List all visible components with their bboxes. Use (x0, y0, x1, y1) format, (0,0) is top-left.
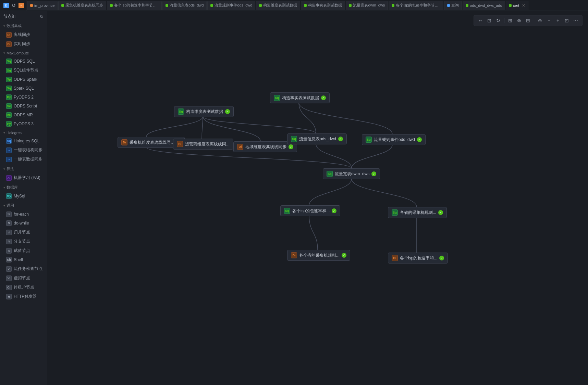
sidebar-item[interactable]: My MySql (0, 192, 47, 201)
flow-node[interactable]: Sq 流量宽表dwm_dws ✓ (323, 168, 380, 179)
node-icon: Sq (366, 137, 372, 143)
flow-node[interactable]: Sq 各省的采集机规则... ✓ (388, 207, 447, 218)
node-label: 采集机维度表离线线同... (130, 140, 174, 145)
sidebar-item[interactable]: Py PyODPS 2 (0, 93, 47, 102)
sidebar-item[interactable]: N do-while (0, 219, 47, 228)
tab-dot (259, 4, 262, 7)
sidebar-item[interactable]: Py PyODPS 3 (0, 119, 47, 128)
canvas-area[interactable]: ↔ ⊡ ↻ ⊞ ⊗ ⊞ ⊕ − + ⊡ ⋯ Sq 构造事实表测试数据 ✓ Sq … (47, 11, 588, 385)
tab-tab10[interactable]: 查询 (444, 1, 462, 10)
sidebar-item[interactable]: fe for-each (0, 210, 47, 219)
sidebar-section-title[interactable]: ▾通用 (0, 201, 47, 210)
sidebar-item-label: 赋值节点 (14, 248, 30, 254)
tab-tab1[interactable]: im_province (27, 1, 58, 10)
sidebar-item[interactable]: Vi 虚拟节点 (0, 273, 47, 283)
tab-tab4[interactable]: 流量信息表ods_dwd (162, 1, 207, 10)
section-label: MaxCompute (7, 51, 29, 55)
sidebar-item[interactable]: Di 离线同步 (0, 30, 47, 39)
tab-tab2[interactable]: 采集机维度表离线同步 (58, 1, 106, 10)
node-icon: Di (291, 252, 297, 258)
node-label: 流量宽表dwm_dws (335, 171, 369, 177)
section-label: 数据库 (7, 185, 18, 190)
flow-node[interactable]: Sq 流量信息表ods_dwd ✓ (287, 133, 347, 144)
sidebar-section-title[interactable]: ▾数据集成 (0, 22, 47, 30)
node-type-icon: N (6, 220, 12, 226)
tab-tab5[interactable]: 流量规则事件ods_dwd (207, 1, 255, 10)
flow-node[interactable]: Sq 流量规则事件ods_dwd ✓ (362, 134, 426, 145)
tab-close-button[interactable]: ✕ (522, 3, 525, 8)
connection-line (202, 116, 203, 139)
flow-node[interactable]: Sq 构造事实表测试数据 ✓ (270, 92, 330, 103)
refresh-icon[interactable]: ↺ (11, 3, 16, 8)
chevron-icon: ▾ (3, 204, 5, 207)
sidebar-item[interactable]: Sq SQL组件节点 (0, 66, 47, 75)
sidebar-item[interactable]: Di 实时同步 (0, 39, 47, 49)
sidebar-refresh-icon[interactable]: ↻ (40, 14, 44, 19)
sidebar-item-label: MySql (14, 194, 25, 198)
sidebar-item-label: 流任务检查节点 (14, 266, 42, 272)
flow-node[interactable]: Di 运营商维度表离线线同... (173, 139, 233, 150)
sidebar-item[interactable]: Cr 跨租户节点 (0, 283, 47, 292)
sidebar-item[interactable]: Sp ODPS Spark (0, 75, 47, 84)
flow-node[interactable]: Di 各个isp的包速率和... ✓ (388, 253, 448, 264)
tab-tab3[interactable]: 各个isp的包速率和字节速... (107, 1, 162, 10)
sidebar-item[interactable]: MR ODPS MR (0, 111, 47, 119)
sidebar-item[interactable]: H HTTP触发器 (0, 292, 47, 301)
menu-icon[interactable]: ≡ (19, 3, 24, 8)
sidebar-item-label: Shell (14, 257, 23, 262)
tab-tab12[interactable]: cert ✕ (506, 1, 528, 10)
flow-node[interactable]: Sq 构造维度表测试数据 ✓ (174, 106, 234, 117)
node-status-badge: ✓ (321, 95, 326, 100)
flow-canvas[interactable]: Sq 构造事实表测试数据 ✓ Sq 构造维度表测试数据 ✓ Di 采集机维度表离… (47, 11, 588, 385)
tab-bar-icons: D ↺ ≡ (1, 0, 26, 11)
tab-tab9[interactable]: 各个isp的包速率和字节速... (389, 1, 443, 10)
sidebar-item[interactable]: Sq Hologres SQL (0, 137, 47, 145)
sidebar-item[interactable]: Sh Shell (0, 255, 47, 264)
connection-line (146, 116, 203, 137)
sidebar-section-title[interactable]: ▾数据库 (0, 183, 47, 192)
sidebar-section-title[interactable]: ▾算法 (0, 165, 47, 173)
sidebar-item[interactable]: → 一键表结构同步 (0, 145, 47, 155)
sidebar-item[interactable]: Sc ODPS Script (0, 102, 47, 111)
tab-tab11[interactable]: ods_dwd_dws_ads (463, 1, 505, 10)
tab-tab6[interactable]: 构造维度表测试数据 (256, 1, 300, 10)
sidebar-item[interactable]: ✓ 流任务检查节点 (0, 264, 47, 273)
tab-label: 流量信息表ods_dwd (170, 3, 204, 8)
node-status-badge: ✓ (371, 171, 376, 176)
sidebar-item[interactable]: Sq Spark SQL (0, 84, 47, 93)
chevron-icon: ▾ (3, 131, 5, 134)
sidebar-item[interactable]: Sq ODPS SQL (0, 57, 47, 66)
sidebar-section: ▾MaxCompute Sq ODPS SQL Sq SQL组件节点 Sp OD… (0, 49, 47, 128)
sidebar-item[interactable]: ⑂ 分支节点 (0, 237, 47, 246)
node-type-icon: ⑂ (6, 239, 12, 244)
tab-tab7[interactable]: 构造事实表测试数据 (301, 1, 345, 10)
node-icon: Sq (284, 208, 290, 214)
sidebar-section: ▾通用 fe for-each N do-while ⑃ 归并节点 ⑂ 分支节点… (0, 201, 47, 301)
node-status-badge: ✓ (417, 137, 422, 142)
sidebar-section-title[interactable]: ▾MaxCompute (0, 49, 47, 57)
sidebar-item[interactable]: AI 机器学习 (PAI) (0, 173, 47, 182)
node-status-badge: ✓ (342, 253, 346, 258)
connection-line (203, 116, 260, 141)
sidebar-item-label: 一键表数据同步 (14, 156, 42, 162)
tab-bar: D ↺ ≡ im_province 采集机维度表离线同步 各个isp的包速率和字… (0, 0, 588, 11)
sidebar-item[interactable]: → 一键表数据同步 (0, 155, 47, 164)
section-label: Hologres (7, 131, 22, 135)
tab-label: 各个isp的包速率和字节速... (396, 3, 440, 8)
sidebar-section: ▾Hologres Sq Hologres SQL → 一键表结构同步 → 一键… (0, 129, 47, 164)
sidebar-item-label: ODPS Spark (14, 77, 37, 82)
node-type-icon: My (6, 193, 12, 199)
tab-label: 构造维度表测试数据 (263, 3, 297, 8)
node-icon: Sq (274, 95, 280, 101)
connection-line (309, 179, 352, 205)
sidebar-item[interactable]: A 赋值节点 (0, 246, 47, 255)
flow-node[interactable]: Sq 各个isp的包速率和... ✓ (280, 205, 340, 216)
sidebar-item-label: 归并节点 (14, 229, 30, 235)
sidebar-section-title[interactable]: ▾Hologres (0, 129, 47, 137)
node-status-badge: ✓ (438, 210, 443, 215)
tab-tab8[interactable]: 流量宽表dwm_dws (346, 1, 388, 10)
flow-node[interactable]: Di 各个省的采集机规则... ✓ (287, 250, 350, 261)
node-type-icon: Sp (6, 77, 12, 82)
sidebar-item-label: Spark SQL (14, 86, 34, 91)
sidebar-item[interactable]: ⑃ 归并节点 (0, 228, 47, 237)
